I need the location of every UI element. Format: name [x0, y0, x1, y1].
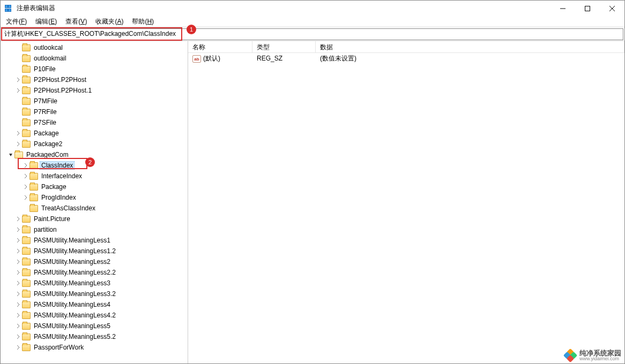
menu-edit[interactable]: 编辑(E): [32, 16, 60, 27]
value-row[interactable]: ab(默认)REG_SZ(数值未设置): [188, 53, 624, 64]
tree-item[interactable]: PASMUtility.MeaningLess2: [1, 256, 188, 267]
col-header-type[interactable]: 类型: [252, 41, 316, 52]
folder-icon: [22, 77, 31, 84]
tree-item[interactable]: outlookcal: [1, 42, 188, 53]
menu-favorites[interactable]: 收藏夹(A): [92, 16, 127, 27]
tree-item-label: P10File: [33, 65, 57, 73]
string-value-icon: ab: [192, 55, 201, 63]
chevron-right-icon[interactable]: [14, 142, 22, 146]
col-header-data[interactable]: 数据: [316, 41, 624, 52]
tree-item-label: PASMUtility.MeaningLess5: [33, 322, 111, 330]
tree-item-label: PASMUtility.MeaningLess4.2: [33, 312, 117, 319]
folder-icon: [22, 141, 31, 148]
tree-item[interactable]: PackagedCom: [1, 149, 188, 160]
tree-item[interactable]: PASMUtility.MeaningLess3: [1, 278, 188, 289]
minimize-button[interactable]: [550, 1, 575, 16]
chevron-right-icon[interactable]: [22, 195, 29, 200]
col-header-name[interactable]: 名称: [188, 41, 252, 52]
tree-item[interactable]: PASMUtility.MeaningLess2.2: [1, 267, 188, 278]
chevron-right-icon[interactable]: [22, 163, 29, 168]
tree-item[interactable]: partition: [1, 224, 188, 235]
chevron-right-icon[interactable]: [22, 185, 29, 189]
chevron-right-icon[interactable]: [14, 238, 22, 242]
chevron-right-icon[interactable]: [14, 335, 22, 339]
tree-item-label: Package2: [33, 140, 63, 148]
tree-item[interactable]: TreatAsClassIndex: [1, 203, 188, 214]
chevron-right-icon[interactable]: [14, 228, 22, 232]
menu-bar: 文件(F) 编辑(E) 查看(V) 收藏夹(A) 帮助(H): [1, 17, 624, 27]
tree-item[interactable]: Package: [1, 181, 188, 192]
tree-item[interactable]: Paint.Picture: [1, 214, 188, 224]
tree-item[interactable]: PASMUtility.MeaningLess4.2: [1, 310, 188, 321]
tree-item-label: InterfaceIndex: [40, 172, 83, 180]
folder-icon: [29, 194, 38, 201]
chevron-right-icon[interactable]: [14, 292, 22, 296]
tree-item[interactable]: P10File: [1, 64, 188, 74]
maximize-button[interactable]: [575, 1, 600, 16]
folder-icon: [22, 280, 31, 287]
tree-pane[interactable]: outlookcaloutlookmailP10FileP2PHost.P2PH…: [1, 41, 188, 363]
folder-icon: [22, 301, 31, 308]
chevron-right-icon[interactable]: [14, 302, 22, 307]
tree-item[interactable]: PASMUtility.MeaningLess5: [1, 321, 188, 331]
main-area: outlookcaloutlookmailP10FileP2PHost.P2PH…: [1, 41, 624, 363]
folder-icon: [22, 333, 31, 340]
chevron-right-icon[interactable]: [14, 88, 22, 93]
menu-view[interactable]: 查看(V): [62, 16, 90, 27]
tree-item-label: P7RFile: [33, 108, 58, 116]
tree-item[interactable]: outlookmail: [1, 53, 188, 64]
tree-item-label: ProgIdIndex: [40, 194, 77, 201]
tree-item[interactable]: PASMUtility.MeaningLess1.2: [1, 246, 188, 256]
value-type: REG_SZ: [252, 55, 316, 62]
tree-item-label: Package: [40, 183, 68, 191]
folder-icon: [22, 344, 31, 351]
tree-item[interactable]: ClassIndex: [1, 160, 188, 171]
folder-icon: [22, 312, 31, 319]
chevron-right-icon[interactable]: [14, 313, 22, 317]
chevron-right-icon[interactable]: [14, 260, 22, 264]
chevron-right-icon[interactable]: [14, 78, 22, 82]
tree-item[interactable]: ProgIdIndex: [1, 192, 188, 203]
tree-item[interactable]: P2PHost.P2PHost: [1, 74, 188, 85]
folder-icon: [22, 291, 31, 298]
tree-item[interactable]: P2PHost.P2PHost.1: [1, 85, 188, 96]
folder-icon: [29, 184, 38, 191]
window-title: 注册表编辑器: [17, 4, 550, 13]
chevron-right-icon[interactable]: [14, 345, 22, 350]
tree-item-label: PASMUtility.MeaningLess5.2: [33, 333, 117, 340]
folder-icon: [22, 237, 31, 244]
tree-item[interactable]: InterfaceIndex: [1, 171, 188, 181]
tree-item[interactable]: PASMUtility.MeaningLess5.2: [1, 331, 188, 342]
chevron-right-icon[interactable]: [14, 270, 22, 275]
close-button[interactable]: [600, 1, 624, 16]
tree-item[interactable]: PASMUtility.MeaningLess3.2: [1, 289, 188, 299]
tree-item[interactable]: PASMUtility.MeaningLess4: [1, 299, 188, 310]
folder-icon: [22, 87, 31, 94]
menu-help[interactable]: 帮助(H): [129, 16, 157, 27]
tree-item-label: partition: [33, 226, 58, 233]
folder-icon: [22, 119, 31, 126]
chevron-right-icon[interactable]: [14, 281, 22, 285]
tree-item[interactable]: PassportForWork: [1, 342, 188, 353]
folder-icon: [14, 151, 23, 158]
chevron-down-icon[interactable]: [7, 153, 14, 157]
chevron-right-icon[interactable]: [14, 131, 22, 135]
tree-item[interactable]: P7SFile: [1, 117, 188, 128]
folder-icon: [29, 162, 38, 169]
tree-item[interactable]: P7RFile: [1, 107, 188, 117]
tree-item[interactable]: Package2: [1, 139, 188, 149]
chevron-right-icon[interactable]: [14, 217, 22, 221]
chevron-right-icon[interactable]: [14, 249, 22, 253]
address-input[interactable]: [2, 28, 623, 40]
chevron-right-icon[interactable]: [22, 174, 29, 178]
folder-icon: [22, 66, 31, 73]
tree-item[interactable]: PASMUtility.MeaningLess1: [1, 235, 188, 246]
chevron-right-icon[interactable]: [14, 324, 22, 328]
folder-icon: [22, 323, 31, 330]
menu-file[interactable]: 文件(F): [3, 16, 30, 27]
tree-item-label: Package: [33, 130, 60, 137]
tree-item[interactable]: P7MFile: [1, 96, 188, 107]
svg-rect-1: [585, 6, 590, 11]
values-body[interactable]: ab(默认)REG_SZ(数值未设置): [188, 53, 624, 363]
tree-item[interactable]: Package: [1, 128, 188, 139]
